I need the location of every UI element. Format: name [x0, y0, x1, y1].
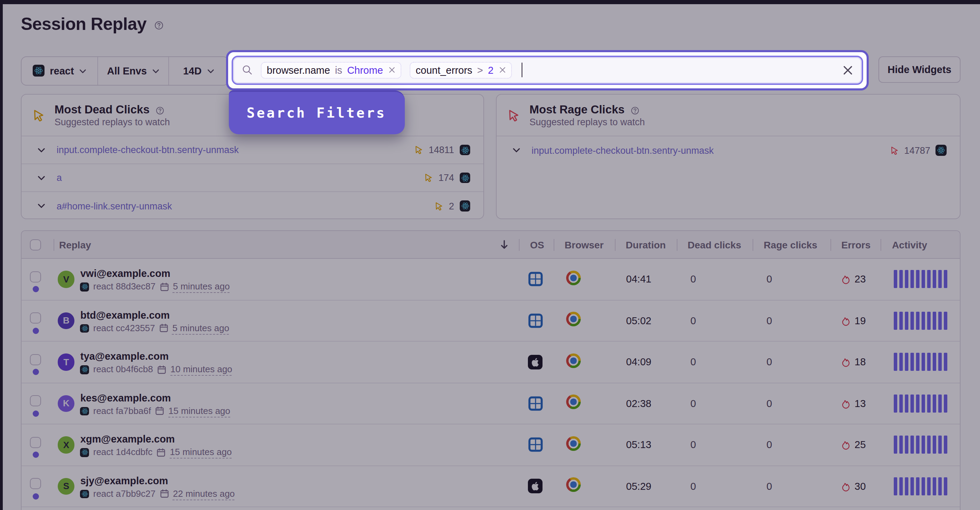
- search-token[interactable]: count_errors > 2: [409, 62, 512, 79]
- token-operator[interactable]: >: [477, 65, 483, 76]
- search-bar[interactable]: browser.name is Chrome count_errors > 2: [231, 55, 863, 85]
- remove-token-icon[interactable]: [388, 67, 395, 73]
- session-replay-page: Session Replay react All Envs 14D Hide W…: [0, 0, 980, 510]
- token-value[interactable]: 2: [488, 65, 493, 76]
- token-key[interactable]: browser.name: [267, 65, 330, 76]
- remove-token-icon[interactable]: [499, 67, 505, 73]
- text-cursor: [521, 63, 522, 78]
- search-filters-callout-label: Search Filters: [247, 105, 387, 121]
- clear-search-icon[interactable]: [843, 65, 853, 75]
- search-spotlight: browser.name is Chrome count_errors > 2: [226, 50, 869, 90]
- search-icon: [242, 65, 252, 75]
- search-filters-callout: Search Filters: [229, 90, 404, 134]
- token-key[interactable]: count_errors: [415, 65, 472, 76]
- search-token[interactable]: browser.name is Chrome: [261, 62, 401, 79]
- token-value[interactable]: Chrome: [347, 65, 383, 76]
- token-operator[interactable]: is: [335, 65, 342, 76]
